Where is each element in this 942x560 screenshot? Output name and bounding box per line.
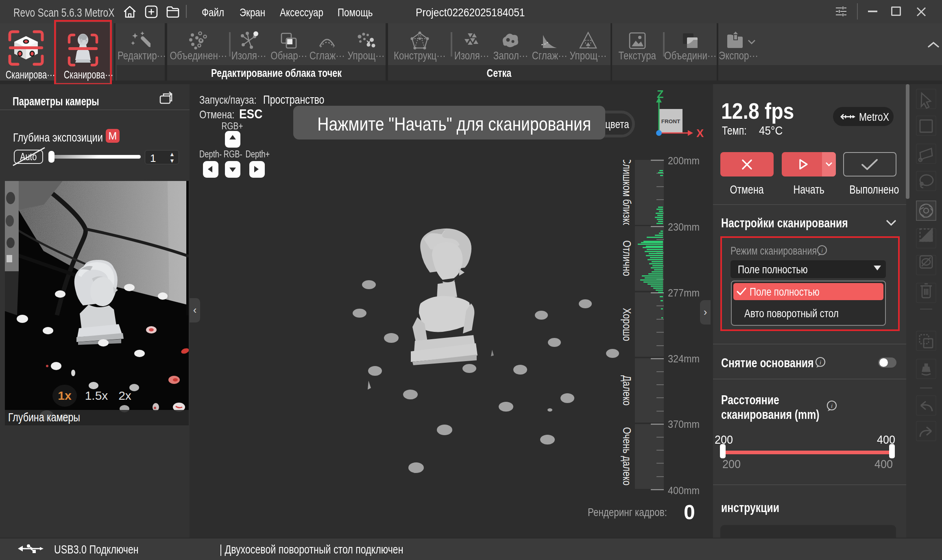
svg-text:FRONT: FRONT [661, 118, 680, 124]
svg-text:i: i [820, 359, 821, 366]
svg-text:i: i [831, 403, 833, 409]
svg-text:1.5x: 1.5x [85, 389, 108, 402]
svg-text:Отлично: Отлично [621, 240, 633, 276]
svg-text:Хорошо: Хорошо [621, 308, 633, 341]
svg-text:2x: 2x [118, 389, 131, 402]
svg-text:Очень далеко: Очень далеко [621, 427, 633, 486]
svg-text:Слишком близко: Слишком близко [621, 159, 633, 227]
svg-text:Далеко: Далеко [621, 375, 633, 406]
svg-text:i: i [821, 247, 823, 254]
svg-text:1x: 1x [58, 389, 72, 402]
svg-text:Z: Z [657, 88, 664, 100]
svg-text:X: X [696, 127, 704, 139]
svg-text:Глубина камеры: Глубина камеры [8, 410, 80, 424]
